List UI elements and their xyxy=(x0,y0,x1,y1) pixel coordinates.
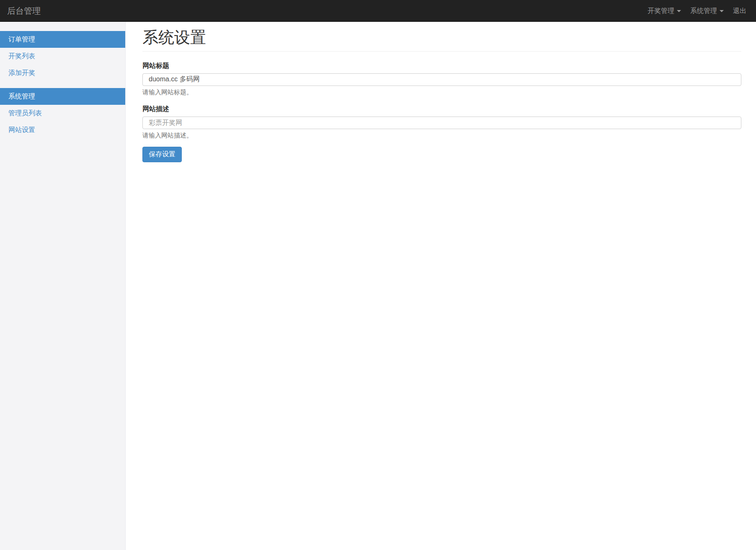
save-settings-button[interactable]: 保存设置 xyxy=(142,147,182,162)
navbar-right-menu: 开奖管理 系统管理 退出 xyxy=(643,0,756,22)
site-title-input[interactable] xyxy=(142,73,741,86)
sidebar-group-system-management: 系统管理 管理员列表 网站设置 xyxy=(0,88,125,138)
caret-down-icon xyxy=(720,10,724,12)
main-content: 系统设置 网站标题 请输入网站标题。 网站描述 请输入网站描述。 保存设置 xyxy=(126,22,756,550)
sidebar-header-order-management[interactable]: 订单管理 xyxy=(0,31,125,48)
page-title: 系统设置 xyxy=(142,29,741,52)
site-description-input[interactable] xyxy=(142,117,741,129)
caret-down-icon xyxy=(677,10,681,12)
sidebar-item-add-draw[interactable]: 添加开奖 xyxy=(0,65,125,81)
site-title-label: 网站标题 xyxy=(142,62,741,70)
navbar-brand[interactable]: 后台管理 xyxy=(0,0,47,22)
nav-dropdown-system-management[interactable]: 系统管理 xyxy=(686,0,728,22)
nav-item-logout[interactable]: 退出 xyxy=(728,0,751,22)
form-group-site-description: 网站描述 请输入网站描述。 xyxy=(142,105,741,140)
sidebar-group-order-management: 订单管理 开奖列表 添加开奖 xyxy=(0,31,125,81)
sidebar: 订单管理 开奖列表 添加开奖 系统管理 管理员列表 网站设置 xyxy=(0,22,126,550)
site-description-label: 网站描述 xyxy=(142,105,741,114)
site-title-help-text: 请输入网站标题。 xyxy=(142,88,741,96)
sidebar-item-draw-list[interactable]: 开奖列表 xyxy=(0,48,125,65)
sidebar-item-site-settings[interactable]: 网站设置 xyxy=(0,122,125,138)
sidebar-header-system-management[interactable]: 系统管理 xyxy=(0,88,125,105)
form-group-site-title: 网站标题 请输入网站标题。 xyxy=(142,62,741,96)
top-navbar: 后台管理 开奖管理 系统管理 退出 xyxy=(0,0,756,22)
site-description-help-text: 请输入网站描述。 xyxy=(142,132,741,140)
nav-dropdown-draw-management[interactable]: 开奖管理 xyxy=(643,0,686,22)
sidebar-item-admin-list[interactable]: 管理员列表 xyxy=(0,105,125,122)
nav-dropdown-system-management-label: 系统管理 xyxy=(690,7,717,14)
nav-dropdown-draw-management-label: 开奖管理 xyxy=(648,7,674,14)
